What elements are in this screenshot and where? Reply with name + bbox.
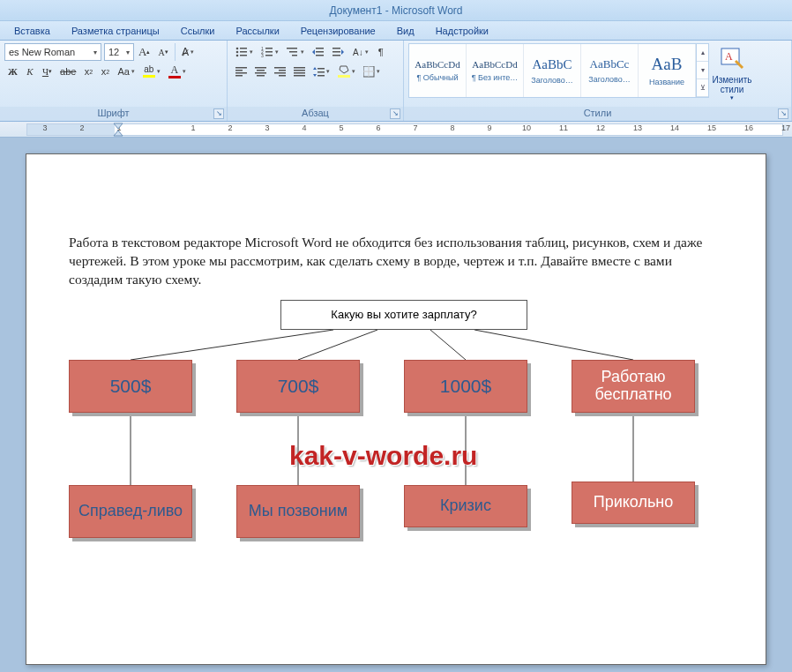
indent-marker-icon[interactable]: [113, 123, 123, 137]
multilevel-list-button[interactable]: [283, 43, 308, 61]
ruler-tick: 15: [693, 123, 730, 136]
svg-rect-20: [332, 55, 340, 56]
grow-font-button[interactable]: A▴: [135, 43, 153, 61]
svg-rect-33: [294, 67, 305, 69]
line-spacing-button[interactable]: [310, 63, 333, 80]
svg-rect-11: [265, 55, 273, 56]
group-font: es New Roman 12 A▴ A▾ A̷ Ж К Ч ▾ abe x2 …: [0, 41, 228, 121]
change-styles-button[interactable]: A Изменить стили ▾: [712, 43, 752, 103]
diagram-option-4[interactable]: Работаю бесплатно: [572, 360, 695, 413]
diagram-answer-1[interactable]: Справед-ливо: [69, 485, 192, 538]
italic-button[interactable]: К: [22, 63, 38, 80]
ruler-tick: 13: [619, 123, 656, 136]
styles-expand[interactable]: ⊻: [697, 79, 708, 97]
borders-icon: [363, 66, 375, 78]
subscript-button[interactable]: x2: [80, 63, 96, 80]
styles-scroll-up[interactable]: ▴: [697, 44, 708, 62]
svg-rect-14: [292, 55, 297, 56]
align-left-button[interactable]: [232, 63, 250, 80]
style-heading1[interactable]: AaBbCЗаголово…: [524, 44, 581, 97]
tab-insert[interactable]: Вставка: [4, 23, 61, 39]
show-marks-button[interactable]: ¶: [373, 43, 389, 61]
align-center-button[interactable]: [251, 63, 270, 80]
page[interactable]: Работа в текстовом редакторе Microsoft W…: [26, 153, 766, 665]
superscript-button[interactable]: x2: [97, 63, 113, 80]
shrink-font-button[interactable]: A▾: [154, 43, 171, 61]
diagram: Какую вы хотите зарплату? 500$ 700$ 1000…: [69, 300, 723, 617]
svg-rect-34: [294, 70, 305, 71]
highlight-button[interactable]: ab: [139, 63, 164, 80]
style-normal[interactable]: AaBbCcDd¶ Обычный: [409, 44, 467, 97]
diagram-answer-2[interactable]: Мы позвоним: [236, 485, 360, 538]
watermark: kak-v-worde.ru: [289, 441, 477, 471]
tab-mailings[interactable]: Рассылки: [225, 23, 289, 39]
font-dialog-launcher[interactable]: ↘: [213, 108, 224, 119]
increase-indent-button[interactable]: [329, 43, 348, 61]
tab-review[interactable]: Рецензирование: [290, 23, 386, 39]
bucket-icon: [339, 65, 349, 74]
svg-rect-22: [235, 70, 243, 71]
svg-rect-30: [279, 70, 286, 71]
style-nospacing[interactable]: AaBbCcDd¶ Без инте…: [467, 44, 524, 97]
shading-button[interactable]: [334, 63, 359, 80]
indent-icon: [332, 47, 345, 57]
tab-view[interactable]: Вид: [386, 23, 425, 39]
svg-rect-28: [257, 75, 265, 77]
font-size-combo[interactable]: 12: [104, 43, 134, 61]
svg-rect-35: [294, 72, 305, 74]
document-area[interactable]: Работа в текстовом редакторе Microsoft W…: [0, 138, 792, 672]
ruler-tick: 10: [508, 123, 545, 136]
svg-rect-19: [332, 51, 340, 53]
diagram-answer-4[interactable]: Прикольно: [572, 482, 695, 524]
styles-scroll-down[interactable]: ▾: [697, 62, 708, 79]
ruler-tick: 17: [767, 123, 792, 136]
tab-addins[interactable]: Надстройки: [425, 23, 499, 39]
ribbon: es New Roman 12 A▴ A▾ A̷ Ж К Ч ▾ abe x2 …: [0, 41, 792, 122]
bold-button[interactable]: Ж: [4, 63, 21, 80]
ruler-tick: 4: [286, 123, 323, 136]
borders-button[interactable]: [360, 63, 384, 80]
numbering-icon: 123: [261, 47, 273, 57]
align-right-button[interactable]: [271, 63, 289, 80]
ruler-tick: 3: [26, 123, 64, 136]
style-heading2[interactable]: AaBbCcЗаголово…: [581, 44, 639, 97]
clear-formatting-button[interactable]: A̷: [178, 43, 198, 61]
paragraph-dialog-launcher[interactable]: ↘: [390, 108, 400, 119]
tab-references[interactable]: Ссылки: [170, 23, 226, 39]
svg-rect-12: [287, 48, 297, 49]
ruler-tick: 14: [656, 123, 693, 136]
diagram-answer-3[interactable]: Кризис: [404, 485, 527, 527]
diagram-option-1[interactable]: 500$: [69, 360, 192, 413]
ruler-tick: 3: [249, 123, 286, 136]
font-name-combo[interactable]: es New Roman: [4, 43, 101, 61]
styles-gallery[interactable]: AaBbCcDd¶ Обычный AaBbCcDd¶ Без инте… Aa…: [408, 43, 709, 98]
svg-rect-38: [318, 71, 325, 73]
ruler-tick: 16: [730, 123, 767, 136]
svg-point-4: [236, 55, 239, 57]
svg-line-48: [474, 330, 633, 360]
strikethrough-button[interactable]: abe: [56, 63, 79, 80]
underline-button[interactable]: Ч ▾: [39, 63, 56, 80]
change-case-button[interactable]: Aa: [114, 63, 138, 80]
numbering-button[interactable]: 123: [258, 43, 282, 61]
diagram-root[interactable]: Какую вы хотите зарплату?: [280, 300, 527, 330]
horizontal-ruler[interactable]: 3211234567891011121314151617: [0, 122, 792, 138]
change-styles-icon: A: [720, 45, 744, 75]
svg-rect-15: [316, 48, 324, 49]
font-color-button[interactable]: A: [165, 63, 190, 80]
ruler-tick: 8: [434, 123, 471, 136]
decrease-indent-button[interactable]: [309, 43, 328, 61]
diagram-option-2[interactable]: 700$: [236, 360, 360, 413]
bullets-button[interactable]: [232, 43, 257, 61]
bullets-icon: [235, 47, 248, 57]
sort-button[interactable]: A↓: [349, 43, 372, 61]
body-paragraph[interactable]: Работа в текстовом редакторе Microsoft W…: [69, 234, 723, 289]
styles-dialog-launcher[interactable]: ↘: [778, 108, 788, 119]
justify-button[interactable]: [290, 63, 309, 80]
diagram-option-3[interactable]: 1000$: [404, 360, 527, 413]
multilevel-icon: [287, 47, 299, 57]
svg-rect-29: [274, 67, 286, 69]
tab-page-layout[interactable]: Разметка страницы: [61, 23, 170, 39]
style-title[interactable]: AaBНазвание: [639, 44, 696, 97]
align-center-icon: [255, 67, 266, 77]
